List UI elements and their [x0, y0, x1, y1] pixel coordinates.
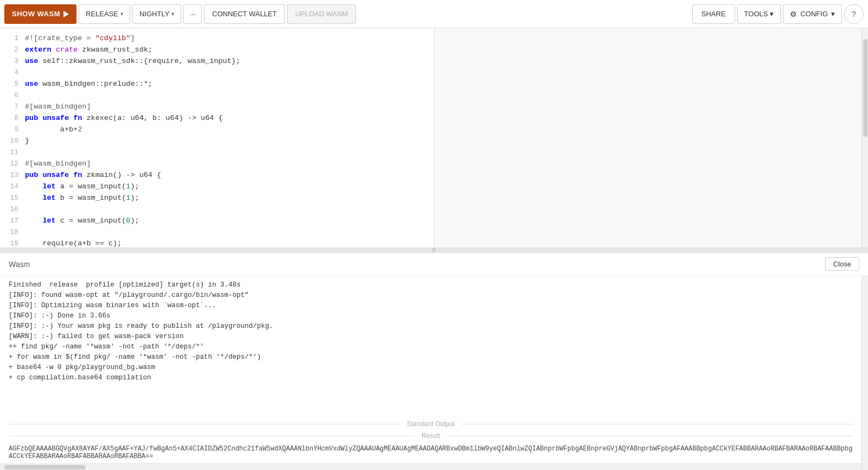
chevron-down-icon: ▾ [120, 11, 123, 17]
code-line: pub unsafe fn zkmain() -> u64 { [23, 169, 434, 181]
play-icon [63, 11, 69, 17]
h-scrollbar-thumb[interactable] [4, 465, 86, 469]
terminal-line: [INFO]: Optimizing wasm binaries with `w… [9, 301, 853, 311]
divider-line-left [9, 436, 415, 436]
editor-scrollbar[interactable] [861, 28, 868, 247]
divider-line-right [461, 424, 853, 424]
config-label: CONFIG [800, 10, 828, 18]
terminal-line: + for wasm in $(find pkg/ -name '*wasm' … [9, 352, 853, 363]
divider-line-left [9, 424, 400, 424]
terminal-line: + cp compilation.base64 compilation [9, 373, 853, 383]
connect-wallet-button[interactable]: CONNECT WALLET [204, 4, 285, 24]
chevron-down-icon: ▾ [831, 10, 835, 18]
code-line: pub unsafe fn zkexec(a: u64, b: u64) -> … [23, 112, 434, 124]
terminal-line: [WARN]: :-) failed to get wasm-pack vers… [9, 332, 853, 342]
result-divider: Result [0, 430, 861, 442]
code-line: let b = wasm_input(1); [23, 192, 434, 204]
show-wasm-button[interactable]: SHOW WASM [4, 4, 76, 24]
bottom-panel-title: Wasm [9, 260, 30, 269]
upload-wasm-button[interactable]: UPLOAD WASM [287, 4, 356, 24]
code-line [23, 67, 434, 78]
code-line: } [23, 135, 434, 147]
bottom-panel-wrapper: Finished release profile [optimized] tar… [0, 276, 868, 470]
code-line: require(a+b == c); [23, 238, 434, 247]
toolbar: SHOW WASM RELEASE ▾ NIGHTLY ▾ ··· CONNEC… [0, 0, 868, 28]
share-button[interactable]: SHARE [692, 4, 735, 24]
tools-label: TOOLS [744, 10, 768, 18]
code-line: #![crate_type = "cdylib"] [23, 33, 434, 44]
more-options-button[interactable]: ··· [183, 4, 202, 24]
chevron-down-icon: ▾ [171, 11, 174, 17]
terminal-output: Finished release profile [optimized] tar… [0, 276, 861, 418]
result-label: Result [415, 432, 446, 440]
resize-handle[interactable]: ⠿ [0, 247, 868, 253]
upload-wasm-label: UPLOAD WASM [295, 10, 348, 18]
terminal-line: ++ find pkg/ -name '*wasm' -not -path '*… [9, 342, 853, 352]
standard-output-divider: Standard Output [0, 418, 861, 430]
code-line: use self::zkwasm_rust_sdk::{require, was… [23, 55, 434, 67]
code-line: use wasm_bindgen::prelude::*; [23, 78, 434, 90]
nightly-dropdown-button[interactable]: NIGHTLY ▾ [132, 4, 181, 24]
horizontal-scrollbar[interactable] [0, 463, 861, 470]
code-line: extern crate zkwasm_rust_sdk; [23, 44, 434, 55]
code-editor[interactable]: 12345678910111213141516171819 #![crate_t… [0, 28, 434, 247]
bottom-vertical-scrollbar[interactable] [861, 276, 868, 470]
gear-icon: ⚙ [790, 10, 797, 18]
code-line: let c = wasm_input(0); [23, 215, 434, 226]
nightly-label: NIGHTLY [139, 10, 169, 18]
tools-dropdown-button[interactable]: TOOLS ▾ [737, 4, 781, 24]
show-wasm-label: SHOW WASM [12, 10, 60, 18]
bottom-panel: Wasm Close Finished release profile [opt… [0, 253, 868, 470]
editor-container: 12345678910111213141516171819 #![crate_t… [0, 28, 868, 470]
release-dropdown-button[interactable]: RELEASE ▾ [79, 4, 130, 24]
code-line: let a = wasm_input(1); [23, 181, 434, 192]
code-line: a+b+2 [23, 124, 434, 135]
standard-output-label: Standard Output [400, 420, 461, 428]
release-label: RELEASE [86, 10, 118, 18]
terminal-line: [INFO]: :-) Your wasm pkg is ready to pu… [9, 321, 853, 332]
scrollbar-thumb[interactable] [863, 39, 867, 137]
code-line [23, 204, 434, 215]
resize-dots-icon: ⠿ [432, 247, 437, 253]
divider-line-right [446, 436, 853, 436]
config-dropdown-button[interactable]: ⚙ CONFIG ▾ [783, 4, 842, 24]
result-value: AGFzbQEAAAABGQVgAX8AYAF/AX5gAAF+YAJ/fwBg… [0, 442, 861, 463]
terminal-line: [INFO]: :-) Done in 3.66s [9, 311, 853, 321]
connect-wallet-label: CONNECT WALLET [212, 10, 277, 18]
code-content[interactable]: #![crate_type = "cdylib"]extern crate zk… [23, 28, 434, 247]
share-label: SHARE [701, 10, 726, 18]
help-icon: ? [852, 10, 856, 18]
bottom-content: Finished release profile [optimized] tar… [0, 276, 861, 470]
terminal-line: Finished release profile [optimized] tar… [9, 280, 853, 290]
editor-pane: 12345678910111213141516171819 #![crate_t… [0, 28, 868, 247]
line-numbers: 12345678910111213141516171819 [0, 28, 23, 247]
code-line [23, 147, 434, 158]
terminal-line: + base64 -w 0 pkg/playground_bg.wasm [9, 363, 853, 373]
dots-icon: ··· [189, 10, 196, 18]
bottom-panel-header: Wasm Close [0, 253, 868, 276]
chevron-down-icon: ▾ [770, 10, 774, 18]
right-pane [434, 28, 868, 247]
close-button[interactable]: Close [825, 257, 859, 271]
code-line [23, 90, 434, 101]
help-button[interactable]: ? [844, 4, 864, 24]
code-line: #[wasm_bindgen] [23, 158, 434, 169]
terminal-line: [INFO]: found wasm-opt at "/playground/.… [9, 290, 853, 301]
code-line: #[wasm_bindgen] [23, 101, 434, 112]
code-line [23, 226, 434, 238]
